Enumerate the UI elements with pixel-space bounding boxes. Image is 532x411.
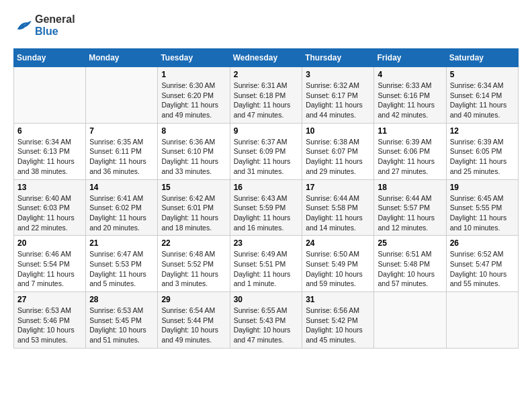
day-number: 29 — [161, 295, 226, 304]
day-info: Sunrise: 6:51 AM Sunset: 5:48 PM Dayligh… — [378, 249, 442, 289]
calendar-cell: 8Sunrise: 6:36 AM Sunset: 6:10 PM Daylig… — [158, 123, 230, 179]
calendar-cell: 3Sunrise: 6:32 AM Sunset: 6:17 PM Daylig… — [302, 67, 374, 124]
calendar-cell: 5Sunrise: 6:34 AM Sunset: 6:14 PM Daylig… — [446, 67, 518, 124]
day-number: 8 — [161, 126, 226, 136]
day-info: Sunrise: 6:36 AM Sunset: 6:10 PM Dayligh… — [161, 137, 226, 177]
day-info: Sunrise: 6:53 AM Sunset: 5:46 PM Dayligh… — [17, 306, 82, 345]
calendar-cell: 11Sunrise: 6:39 AM Sunset: 6:06 PM Dayli… — [374, 123, 446, 179]
weekday-header: Sunday — [14, 49, 86, 67]
day-number: 20 — [17, 238, 82, 248]
day-number: 4 — [378, 70, 442, 79]
day-info: Sunrise: 6:52 AM Sunset: 5:47 PM Dayligh… — [450, 249, 515, 289]
day-info: Sunrise: 6:55 AM Sunset: 5:43 PM Dayligh… — [234, 306, 299, 345]
day-number: 17 — [306, 183, 370, 192]
day-info: Sunrise: 6:32 AM Sunset: 6:17 PM Dayligh… — [306, 81, 370, 120]
calendar-table: SundayMondayTuesdayWednesdayThursdayFrid… — [13, 48, 519, 349]
day-number: 31 — [306, 295, 370, 304]
day-info: Sunrise: 6:53 AM Sunset: 5:45 PM Dayligh… — [89, 306, 154, 345]
calendar-cell: 2Sunrise: 6:31 AM Sunset: 6:18 PM Daylig… — [230, 67, 302, 124]
calendar-cell: 22Sunrise: 6:48 AM Sunset: 5:52 PM Dayli… — [158, 236, 230, 292]
day-info: Sunrise: 6:40 AM Sunset: 6:03 PM Dayligh… — [17, 193, 82, 233]
calendar-cell — [14, 67, 86, 124]
calendar-week-row: 6Sunrise: 6:34 AM Sunset: 6:13 PM Daylig… — [14, 123, 519, 179]
weekday-header: Monday — [86, 49, 158, 67]
day-info: Sunrise: 6:41 AM Sunset: 6:02 PM Dayligh… — [89, 193, 154, 233]
day-info: Sunrise: 6:48 AM Sunset: 5:52 PM Dayligh… — [161, 249, 226, 289]
day-number: 15 — [161, 183, 226, 192]
weekday-header-row: SundayMondayTuesdayWednesdayThursdayFrid… — [14, 49, 519, 67]
day-info: Sunrise: 6:43 AM Sunset: 5:59 PM Dayligh… — [234, 193, 299, 233]
day-number: 18 — [378, 183, 442, 192]
calendar-cell: 17Sunrise: 6:44 AM Sunset: 5:58 PM Dayli… — [302, 179, 374, 236]
day-info: Sunrise: 6:46 AM Sunset: 5:54 PM Dayligh… — [17, 249, 82, 289]
weekday-header: Saturday — [446, 49, 518, 67]
day-number: 6 — [17, 126, 82, 136]
day-info: Sunrise: 6:38 AM Sunset: 6:07 PM Dayligh… — [306, 137, 370, 177]
calendar-cell — [446, 292, 518, 349]
calendar-cell: 18Sunrise: 6:44 AM Sunset: 5:57 PM Dayli… — [374, 179, 446, 236]
calendar-cell — [374, 292, 446, 349]
calendar-week-row: 27Sunrise: 6:53 AM Sunset: 5:46 PM Dayli… — [14, 292, 519, 349]
calendar-cell: 13Sunrise: 6:40 AM Sunset: 6:03 PM Dayli… — [14, 179, 86, 236]
calendar-cell: 16Sunrise: 6:43 AM Sunset: 5:59 PM Dayli… — [230, 179, 302, 236]
day-number: 19 — [450, 183, 515, 192]
day-info: Sunrise: 6:34 AM Sunset: 6:13 PM Dayligh… — [17, 137, 82, 177]
calendar-week-row: 20Sunrise: 6:46 AM Sunset: 5:54 PM Dayli… — [14, 236, 519, 292]
day-info: Sunrise: 6:39 AM Sunset: 6:06 PM Dayligh… — [378, 137, 442, 177]
day-info: Sunrise: 6:45 AM Sunset: 5:55 PM Dayligh… — [450, 193, 515, 233]
calendar-cell: 26Sunrise: 6:52 AM Sunset: 5:47 PM Dayli… — [446, 236, 518, 292]
calendar-cell: 27Sunrise: 6:53 AM Sunset: 5:46 PM Dayli… — [14, 292, 86, 349]
calendar-cell: 20Sunrise: 6:46 AM Sunset: 5:54 PM Dayli… — [14, 236, 86, 292]
weekday-header: Wednesday — [230, 49, 302, 67]
logo: General Blue — [13, 13, 75, 38]
day-info: Sunrise: 6:37 AM Sunset: 6:09 PM Dayligh… — [234, 137, 299, 177]
day-number: 24 — [306, 238, 370, 248]
day-info: Sunrise: 6:31 AM Sunset: 6:18 PM Dayligh… — [234, 81, 299, 120]
day-number: 23 — [234, 238, 299, 248]
calendar-cell: 23Sunrise: 6:49 AM Sunset: 5:51 PM Dayli… — [230, 236, 302, 292]
day-info: Sunrise: 6:44 AM Sunset: 5:58 PM Dayligh… — [306, 193, 370, 233]
day-number: 13 — [17, 183, 82, 192]
day-info: Sunrise: 6:39 AM Sunset: 6:05 PM Dayligh… — [450, 137, 515, 177]
day-info: Sunrise: 6:49 AM Sunset: 5:51 PM Dayligh… — [234, 249, 299, 289]
calendar-cell: 24Sunrise: 6:50 AM Sunset: 5:49 PM Dayli… — [302, 236, 374, 292]
day-number: 7 — [89, 126, 154, 136]
day-info: Sunrise: 6:42 AM Sunset: 6:01 PM Dayligh… — [161, 193, 226, 233]
day-number: 21 — [89, 238, 154, 248]
calendar-cell: 6Sunrise: 6:34 AM Sunset: 6:13 PM Daylig… — [14, 123, 86, 179]
day-info: Sunrise: 6:34 AM Sunset: 6:14 PM Dayligh… — [450, 81, 515, 120]
calendar-cell: 25Sunrise: 6:51 AM Sunset: 5:48 PM Dayli… — [374, 236, 446, 292]
day-number: 11 — [378, 126, 442, 136]
weekday-header: Friday — [374, 49, 446, 67]
calendar-cell: 15Sunrise: 6:42 AM Sunset: 6:01 PM Dayli… — [158, 179, 230, 236]
calendar-cell: 30Sunrise: 6:55 AM Sunset: 5:43 PM Dayli… — [230, 292, 302, 349]
day-info: Sunrise: 6:56 AM Sunset: 5:42 PM Dayligh… — [306, 306, 370, 345]
day-info: Sunrise: 6:33 AM Sunset: 6:16 PM Dayligh… — [378, 81, 442, 120]
weekday-header: Thursday — [302, 49, 374, 67]
calendar-cell: 21Sunrise: 6:47 AM Sunset: 5:53 PM Dayli… — [86, 236, 158, 292]
day-number: 16 — [234, 183, 299, 192]
day-number: 9 — [234, 126, 299, 136]
day-number: 12 — [450, 126, 515, 136]
day-info: Sunrise: 6:35 AM Sunset: 6:11 PM Dayligh… — [89, 137, 154, 177]
calendar-cell: 29Sunrise: 6:54 AM Sunset: 5:44 PM Dayli… — [158, 292, 230, 349]
day-number: 28 — [89, 295, 154, 304]
day-number: 5 — [450, 70, 515, 79]
day-info: Sunrise: 6:44 AM Sunset: 5:57 PM Dayligh… — [378, 193, 442, 233]
day-info: Sunrise: 6:47 AM Sunset: 5:53 PM Dayligh… — [89, 249, 154, 289]
day-number: 1 — [161, 70, 226, 79]
day-number: 22 — [161, 238, 226, 248]
calendar-cell — [86, 67, 158, 124]
logo-text: General Blue — [35, 13, 75, 38]
day-number: 3 — [306, 70, 370, 79]
calendar-cell: 12Sunrise: 6:39 AM Sunset: 6:05 PM Dayli… — [446, 123, 518, 179]
calendar-cell: 14Sunrise: 6:41 AM Sunset: 6:02 PM Dayli… — [86, 179, 158, 236]
day-number: 30 — [234, 295, 299, 304]
day-info: Sunrise: 6:54 AM Sunset: 5:44 PM Dayligh… — [161, 306, 226, 345]
calendar-cell: 7Sunrise: 6:35 AM Sunset: 6:11 PM Daylig… — [86, 123, 158, 179]
calendar-cell: 1Sunrise: 6:30 AM Sunset: 6:20 PM Daylig… — [158, 67, 230, 124]
calendar-cell: 4Sunrise: 6:33 AM Sunset: 6:16 PM Daylig… — [374, 67, 446, 124]
calendar-cell: 10Sunrise: 6:38 AM Sunset: 6:07 PM Dayli… — [302, 123, 374, 179]
day-number: 10 — [306, 126, 370, 136]
logo-bird-icon — [13, 16, 32, 35]
